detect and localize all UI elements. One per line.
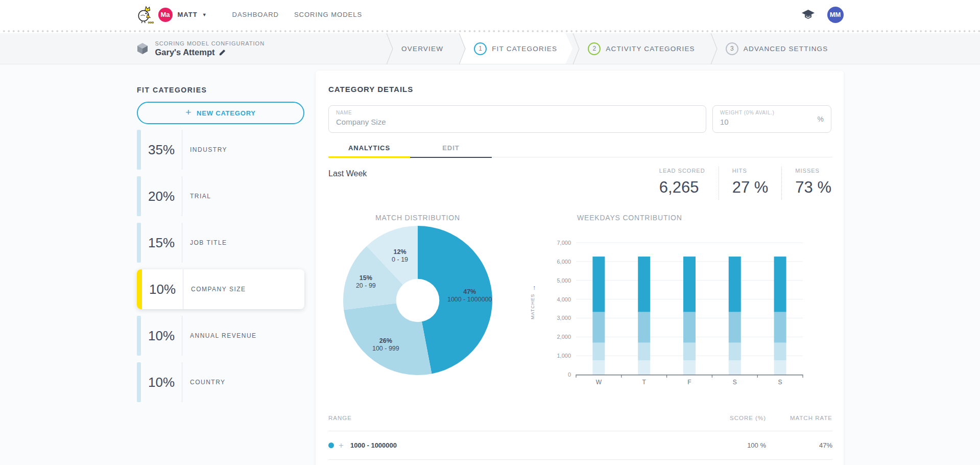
page-eyebrow: SCORING MODEL CONFIGURATION [155,40,265,46]
percent-suffix: % [818,115,824,123]
chevron-separator-icon [459,33,466,64]
sidebar-item-company-size[interactable]: 10%COMPANY SIZE [137,269,304,309]
stat-lead-scored: LEAD SCORED6,265 [646,167,719,200]
user-name[interactable]: MATT [178,11,198,18]
chevron-separator-icon [710,33,718,64]
fit-categories-sidebar: FIT CATEGORIES + NEW CATEGORY 35%INDUSTR… [137,86,304,409]
name-field-label: NAME [336,110,699,115]
range-value: 1000 - 1000000 [350,441,700,449]
table-row[interactable]: +1000 - 1000000100 %47% [328,431,832,460]
score-value: 100 % [700,441,766,449]
step-number-badge: 1 [474,42,487,55]
plus-icon[interactable]: + [339,440,344,451]
sidebar-item-job-title[interactable]: 15%JOB TITLE [137,223,304,263]
step-activity-categories[interactable]: 2ACTIVITY CATEGORIES [572,33,710,64]
new-category-button[interactable]: + NEW CATEGORY [137,102,304,124]
pencil-icon[interactable] [219,49,226,56]
svg-text:6,000: 6,000 [557,259,571,265]
wizard-steps: OVERVIEW1FIT CATEGORIES2ACTIVITY CATEGOR… [386,33,843,64]
stat-value: 73 % [795,178,831,197]
category-percent: 10% [141,362,182,402]
svg-text:MATCHES: MATCHES [530,294,535,319]
category-label: INDUSTRY [182,130,227,170]
plus-icon: + [185,107,192,118]
svg-text:4,000: 4,000 [557,296,571,303]
step-overview[interactable]: OVERVIEW [386,33,459,64]
tab-edit[interactable]: EDIT [410,140,492,157]
nav-link-dashboard[interactable]: DASHBOARD [232,11,279,18]
sidebar-item-trial[interactable]: 20%TRIAL [137,176,304,216]
category-weight-strip [137,316,141,356]
category-list: 35%INDUSTRY20%TRIAL15%JOB TITLE10%COMPAN… [137,130,304,402]
stat-value: 27 % [732,178,769,197]
step-label: ADVANCED SETTINGS [744,45,828,53]
stat-label: HITS [732,168,769,174]
column-range: RANGE [328,415,700,421]
range-color-dot [328,443,334,448]
nav-link-scoring-models[interactable]: SCORING MODELS [294,11,362,18]
chicken-logo-icon[interactable] [137,5,154,25]
svg-text:F: F [687,379,691,386]
top-nav: Ma MATT ▼ DASHBOARD SCORING MODELS MM [0,0,980,29]
chevron-down-icon[interactable]: ▼ [202,12,207,17]
tab-analytics[interactable]: ANALYTICS [328,140,410,157]
stat-misses: MISSES73 % [781,167,832,200]
step-label: ACTIVITY CATEGORIES [606,45,695,53]
svg-text:W: W [596,379,602,386]
weight-field-value[interactable]: 10 [720,118,824,126]
weekdays-contribution-bars: 01,0002,0003,0004,0005,0006,0007,000WTFS… [526,238,843,391]
stat-label: LEAD SCORED [659,168,705,174]
category-details-card: CATEGORY DETAILS NAME Company Size WEIGH… [316,71,844,465]
sidebar-item-country[interactable]: 10%COUNTRY [137,362,304,402]
bar-chart-title: WEEKDAYS CONTRIBUTION [577,214,682,222]
graduation-cap-icon[interactable] [801,9,815,20]
step-bar: SCORING MODEL CONFIGURATION Gary's Attem… [0,33,980,64]
svg-text:3,000: 3,000 [557,315,571,321]
category-percent: 10% [142,269,183,309]
svg-text:1,000: 1,000 [557,353,571,359]
category-weight-strip [137,269,142,309]
stats-row: LEAD SCORED6,265HITS27 %MISSES73 % [646,167,832,200]
page-title: Gary's Attempt [155,48,215,57]
svg-text:2,000: 2,000 [557,334,571,340]
category-label: TRIAL [182,176,211,216]
svg-text:7,000: 7,000 [557,240,571,246]
stat-label: MISSES [795,168,831,174]
name-field-value[interactable]: Company Size [336,118,699,126]
column-score: SCORE (%) [700,415,766,421]
step-number-badge: 2 [588,42,601,55]
category-label: JOB TITLE [182,223,227,263]
step-fit-categories[interactable]: 1FIT CATEGORIES [459,33,572,64]
content-area: FIT CATEGORIES + NEW CATEGORY 35%INDUSTR… [0,64,980,465]
svg-text:S: S [733,379,737,386]
cube-icon [137,42,148,55]
breadcrumb: SCORING MODEL CONFIGURATION Gary's Attem… [137,33,387,64]
period-label: Last Week [328,169,367,178]
category-percent: 10% [141,316,182,356]
svg-text:12%0 - 19: 12%0 - 19 [392,248,408,263]
sidebar-title: FIT CATEGORIES [137,86,304,94]
category-percent: 35% [141,130,182,170]
category-weight-strip [137,362,141,402]
category-weight-strip [137,223,141,263]
weight-field-label: WEIGHT (0% AVAIL.) [720,110,824,115]
match-rate-value: 47% [766,441,832,449]
name-field[interactable]: NAME Company Size [328,105,706,133]
svg-text:T: T [642,379,647,386]
category-label: ANNUAL REVENUE [182,316,257,356]
step-advanced-settings[interactable]: 3ADVANCED SETTINGS [710,33,844,64]
svg-text:S: S [778,379,782,386]
stat-hits: HITS27 % [719,167,782,200]
weight-field[interactable]: WEIGHT (0% AVAIL.) 10 % [712,105,831,133]
dotted-divider [0,29,980,33]
sidebar-item-industry[interactable]: 35%INDUSTRY [137,130,304,170]
category-label: COUNTRY [182,362,226,402]
category-percent: 20% [141,176,182,216]
range-table-header: RANGE SCORE (%) MATCH RATE [328,415,832,421]
sidebar-item-annual-revenue[interactable]: 10%ANNUAL REVENUE [137,316,304,356]
user-avatar[interactable]: MM [827,7,844,23]
category-label: COMPANY SIZE [183,269,246,309]
user-initials-badge[interactable]: Ma [158,8,173,22]
stat-value: 6,265 [659,178,705,197]
svg-text:0: 0 [568,371,571,378]
